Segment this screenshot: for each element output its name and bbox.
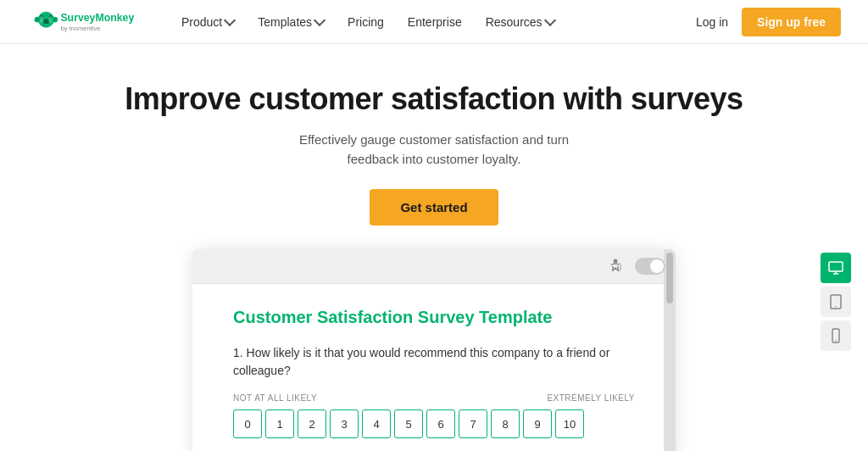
svg-text:by momentive: by momentive [60, 25, 100, 32]
rating-box-3[interactable]: 3 [330, 409, 359, 438]
survey-title: Customer Satisfaction Survey Template [233, 308, 635, 327]
svg-point-12 [614, 259, 618, 264]
templates-chevron-icon [314, 14, 326, 26]
svg-point-9 [53, 18, 57, 21]
svg-text:SurveyMonkey: SurveyMonkey [60, 12, 134, 24]
logo[interactable]: SurveyMonkey by momentive [27, 7, 137, 37]
nav-templates[interactable]: Templates [248, 8, 334, 36]
scrollbar[interactable] [664, 249, 676, 451]
rating-box-0[interactable]: 0 [233, 409, 262, 438]
rating-box-5[interactable]: 5 [394, 409, 423, 438]
tablet-view-button[interactable] [821, 287, 851, 317]
rating-label-low: NOT AT ALL LIKELY [233, 393, 317, 403]
svg-rect-14 [829, 262, 843, 271]
rating-box-6[interactable]: 6 [426, 409, 455, 438]
signup-button[interactable]: Sign up free [742, 8, 841, 36]
nav-resources-label: Resources [486, 15, 542, 29]
svg-point-3 [43, 19, 50, 24]
nav-right: Log in Sign up free [696, 8, 841, 36]
rating-labels: NOT AT ALL LIKELY EXTREMELY LIKELY [233, 393, 635, 403]
nav-enterprise-label: Enterprise [408, 15, 462, 29]
survey-toolbar: ) [192, 249, 676, 283]
desktop-view-button[interactable] [821, 253, 851, 283]
svg-text:): ) [619, 262, 621, 271]
login-button[interactable]: Log in [696, 15, 728, 29]
rating-box-2[interactable]: 2 [298, 409, 326, 438]
survey-content: Customer Satisfaction Survey Template 1.… [192, 283, 676, 451]
main-nav: SurveyMonkey by momentive Product Templa… [0, 0, 868, 44]
nav-product[interactable]: Product [171, 8, 244, 36]
nav-pricing[interactable]: Pricing [337, 8, 394, 36]
resources-chevron-icon [544, 14, 556, 26]
product-chevron-icon [224, 14, 236, 26]
nav-enterprise[interactable]: Enterprise [398, 8, 472, 36]
rating-box-9[interactable]: 9 [523, 409, 552, 438]
rating-numbers: 012345678910 [233, 409, 635, 438]
device-toggle-group [821, 253, 851, 351]
nav-resources[interactable]: Resources [476, 8, 565, 36]
rating-box-1[interactable]: 1 [265, 409, 294, 438]
nav-templates-label: Templates [258, 15, 312, 29]
nav-pricing-label: Pricing [348, 15, 384, 29]
hero-subtext: Effectively gauge customer satisfaction … [273, 131, 595, 169]
mobile-view-button[interactable] [821, 320, 851, 351]
scrollbar-thumb [666, 253, 673, 303]
toggle-switch[interactable] [635, 258, 665, 275]
svg-point-8 [36, 18, 39, 21]
survey-question: 1. How likely is it that you would recom… [233, 344, 635, 380]
hero-heading: Improve customer satisfaction with surve… [17, 81, 851, 117]
preview-area: ) Customer Satisfaction Survey Template … [0, 249, 868, 451]
rating-box-8[interactable]: 8 [491, 409, 520, 438]
rating-box-4[interactable]: 4 [362, 409, 391, 438]
rating-label-high: EXTREMELY LIKELY [547, 393, 635, 403]
hero-section: Improve customer satisfaction with surve… [0, 44, 868, 249]
svg-point-18 [835, 306, 837, 308]
rating-box-10[interactable]: 10 [555, 409, 584, 438]
accessibility-icon: ) [608, 256, 628, 276]
survey-window: ) Customer Satisfaction Survey Template … [192, 249, 676, 451]
get-started-button[interactable]: Get started [370, 189, 498, 226]
rating-box-7[interactable]: 7 [459, 409, 487, 438]
svg-point-20 [835, 340, 837, 342]
nav-product-label: Product [181, 15, 222, 29]
rating-container: NOT AT ALL LIKELY EXTREMELY LIKELY 01234… [233, 393, 635, 438]
nav-links: Product Templates Pricing Enterprise Res… [171, 8, 696, 36]
